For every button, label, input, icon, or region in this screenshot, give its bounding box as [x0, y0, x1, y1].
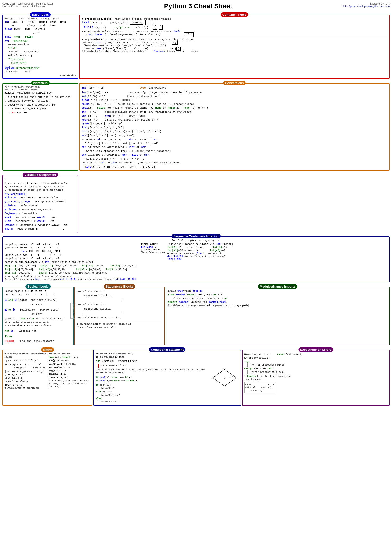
page-wrapper: ©2012-2015 - Laurent Pointal Mémento v2.… — [2, 2, 390, 406]
base-types-section: Base Types integer, float, boolean, stri… — [2, 15, 78, 79]
page-header: ©2012-2015 - Laurent Pointal Mémento v2.… — [2, 2, 390, 10]
modules-imports-title: Modules/Names Imports — [258, 284, 297, 289]
row3: Variables assignment = ‡ assignment ⟺ bi… — [2, 172, 390, 233]
modules-imports-section: Modules/Names Imports module truc⟺file t… — [165, 287, 390, 345]
statements-blocks-title: Statements Blocks — [104, 284, 135, 289]
maths-title: Maths — [41, 347, 54, 352]
boolean-logic-title: Boolean Logic — [25, 284, 50, 289]
base-types-content: int 783 0 -192 0b010 0o64 0xF3 zero bina… — [5, 20, 76, 77]
conditional-title: Conditional Statement — [149, 347, 185, 352]
boolean-logic-section: Boolean Logic Comparisons : < > <= >= ==… — [2, 287, 73, 345]
row2: Identifiers for variables, functions,mod… — [2, 80, 390, 171]
base-types-subtitle: integer, float, boolean, string, bytes — [5, 18, 76, 20]
variables-title: Variables assignment — [23, 173, 58, 177]
conditional-section: Conditional Statement statement block ex… — [93, 350, 241, 406]
conversions-title: Conversions — [223, 81, 246, 85]
container-types-section: Container Types ■ ordered sequences, fas… — [79, 15, 390, 79]
sequence-indexing-section: Sequence Containers Indexing for lists, … — [2, 236, 390, 282]
header-right: Latest version on : https://perso.limsi.… — [343, 2, 390, 7]
base-types-title: Base Types — [30, 12, 50, 17]
maths-section: Maths ‡ floating numbers… approximated v… — [2, 350, 93, 406]
exceptions-section: Exceptions on Errors Signaling an error:… — [242, 350, 390, 406]
conversions-section: Conversions int("15") → 15 type (express… — [79, 83, 390, 171]
svg-text:yes: yes — [229, 375, 233, 377]
svg-text:?: ? — [224, 377, 225, 379]
header-left: ©2012-2015 - Laurent Pointal Mémento v2.… — [2, 2, 53, 7]
exceptions-title: Exceptions on Errors — [298, 347, 333, 352]
identifiers-section: Identifiers for variables, functions,mod… — [2, 83, 78, 171]
row5: Boolean Logic Comparisons : < > <= >= ==… — [2, 283, 390, 345]
svg-text:no: no — [214, 375, 216, 377]
sequence-indexing-title: Sequence Containers Indexing — [172, 234, 221, 239]
row6: Maths ‡ floating numbers… approximated v… — [2, 346, 390, 406]
container-types-content: ■ ordered sequences, fast index access, … — [82, 18, 387, 53]
row1: Base Types integer, float, boolean, stri… — [2, 11, 390, 79]
container-types-title: Container Types — [221, 12, 248, 17]
page-title: Python 3 Cheat Sheet — [53, 2, 343, 10]
statements-blocks-section: Statements Blocks parent statement : sta… — [74, 287, 164, 345]
variables-section: Variables assignment = ‡ assignment ⟺ bi… — [2, 175, 78, 233]
identifiers-title: Identifiers — [31, 81, 50, 85]
